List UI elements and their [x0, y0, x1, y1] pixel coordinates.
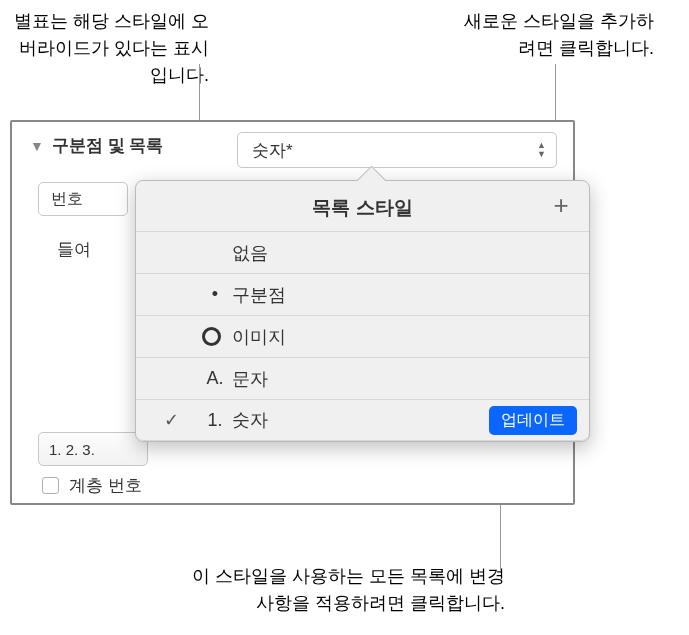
updown-chevron-icon: ▲▼: [537, 141, 546, 159]
tiered-number-checkbox[interactable]: [42, 477, 59, 494]
image-bullet-icon: [202, 327, 221, 346]
add-style-button[interactable]: +: [547, 191, 575, 219]
style-label: 이미지: [232, 325, 286, 349]
checkmark-icon: ✓: [164, 409, 179, 431]
style-label: 구분점: [232, 283, 286, 307]
style-item-bullet[interactable]: • 구분점: [136, 273, 589, 315]
style-label: 숫자: [232, 408, 268, 432]
style-label: 문자: [232, 367, 268, 391]
plus-icon: +: [553, 190, 568, 221]
style-list: 없음 • 구분점 이미지 A. 문자 ✓ 1. 숫자 업데이트: [136, 231, 589, 441]
style-item-letter[interactable]: A. 문자: [136, 357, 589, 399]
style-label: 없음: [232, 241, 268, 265]
number-type-dropdown[interactable]: 번호: [38, 182, 128, 216]
style-item-number[interactable]: ✓ 1. 숫자 업데이트: [136, 399, 589, 441]
style-item-none[interactable]: 없음: [136, 231, 589, 273]
popover-title-text: 목록 스타일: [312, 197, 412, 218]
section-title: 구분점 및 목록: [52, 134, 163, 157]
dropdown-value: 번호: [51, 189, 83, 210]
indent-label: 들여: [57, 238, 91, 261]
list-style-popover: 목록 스타일 + 없음 • 구분점 이미지 A. 문자 ✓ 1. 숫자 업데이트: [135, 180, 590, 442]
chevron-down-icon: ▼: [30, 138, 44, 154]
checkbox-label: 계층 번호: [69, 474, 142, 497]
callout-update: 이 스타일을 사용하는 모든 목록에 변경사항을 적용하려면 클릭합니다.: [185, 563, 505, 617]
popover-title: 목록 스타일 +: [136, 181, 589, 231]
tiered-number-row: 계층 번호: [42, 474, 142, 497]
callout-line: [199, 64, 200, 126]
callout-asterisk: 별표는 해당 스타일에 오버라이드가 있다는 표시입니다.: [9, 8, 209, 89]
dropdown-value: 숫자*: [252, 139, 293, 162]
letter-prefix: A.: [200, 368, 230, 389]
callout-add-new: 새로운 스타일을 추가하려면 클릭합니다.: [464, 8, 654, 62]
update-style-button[interactable]: 업데이트: [489, 406, 577, 435]
number-prefix: 1.: [200, 410, 230, 431]
bullet-icon: •: [200, 284, 230, 305]
list-style-dropdown[interactable]: 숫자* ▲▼: [237, 132, 557, 168]
number-format-dropdown[interactable]: 1. 2. 3.: [38, 432, 148, 466]
style-item-image[interactable]: 이미지: [136, 315, 589, 357]
format-value: 1. 2. 3.: [49, 441, 95, 458]
